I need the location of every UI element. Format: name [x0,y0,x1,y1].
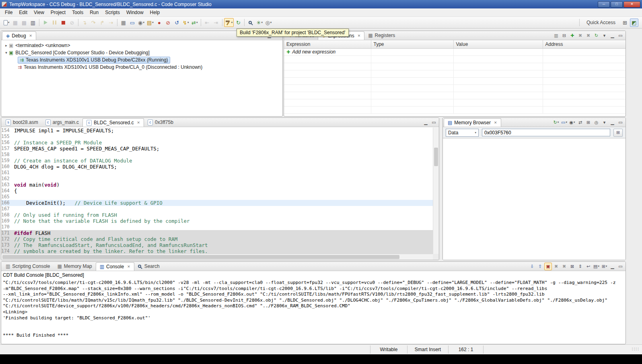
save-all-icon[interactable]: ▩ [20,18,29,27]
disconnect-icon[interactable]: ⊘ [68,18,76,27]
close-icon[interactable]: ✕ [137,121,140,125]
resume-icon[interactable] [41,18,50,27]
menu-scripts[interactable]: Scripts [102,9,123,16]
horizontal-scroll-thumb[interactable] [2,255,399,259]
close-icon[interactable]: ✕ [358,34,361,38]
menu-tools[interactable]: Tools [69,9,86,16]
debug-tree-item[interactable]: ⇉Texas Instruments XDS100v1 USB Debug Pr… [2,64,282,71]
close-icon[interactable]: ✕ [494,121,497,125]
new-rendering-icon[interactable]: ⊞ [584,119,592,126]
pin-console-icon[interactable]: ▣ [544,263,552,270]
step-into-icon[interactable]: ↴ [80,18,89,27]
tab-args-main-c[interactable]: cargs_main.c [42,118,82,127]
clear-console-icon[interactable]: ⊠ [568,263,576,270]
dropdown-arrow-icon[interactable]: ▾ [270,21,272,24]
next-console-icon[interactable]: ⇩ [528,263,536,270]
build-icon[interactable]: ▾ [224,18,234,27]
scroll-lock-icon[interactable]: ⇕ [576,263,584,270]
minimize-icon[interactable]: ▁ [609,32,616,39]
view-menu-icon[interactable]: ▾ [601,119,608,126]
save-icon[interactable]: ▦ [11,18,20,27]
tab-memory-map[interactable]: ▦Memory Map [54,262,95,271]
previous-console-icon[interactable]: ⇧ [536,263,544,270]
minimize-icon[interactable]: ▁ [422,119,430,126]
memory-address-input[interactable] [482,129,610,136]
close-window-button[interactable]: ✕ [623,1,640,8]
tab-search[interactable]: Search [134,262,163,271]
minimize-icon[interactable]: ▁ [609,119,616,126]
editor-horizontal-scrollbar[interactable] [1,254,433,260]
memory-content-area[interactable] [443,139,626,260]
open-perspective-icon[interactable]: ⊞ [621,19,629,27]
step-return-icon[interactable]: ↱ [98,18,107,27]
quick-access-button[interactable]: Quick Access [583,19,619,27]
menu-run[interactable]: Run [86,9,102,16]
menu-file[interactable]: File [2,9,16,16]
minimize-icon[interactable]: ▁ [609,263,616,270]
refresh-expressions-icon[interactable]: ↻ [593,32,600,39]
remove-all-expressions-icon[interactable]: ✖ [584,32,592,39]
maximize-icon[interactable]: ▭ [617,119,624,126]
column-header-type[interactable]: Type [371,40,453,48]
menu-view[interactable]: View [31,9,47,16]
dropdown-arrow-icon[interactable]: ▾ [606,265,607,268]
dropdown-arrow-icon[interactable]: ▾ [8,21,10,24]
load-memory-icon[interactable]: ▭▾ [560,119,568,126]
remove-launch-icon[interactable]: ✖ [552,263,560,270]
link-address-icon[interactable]: ⇄ [576,119,584,126]
open-console-view-icon[interactable]: ▥ [29,18,37,27]
minimize-window-button[interactable]: ─ [598,1,610,8]
add-expression-row[interactable]: ✚Add new expression [284,48,626,56]
column-header-value[interactable]: Value [453,40,543,48]
add-expression-icon[interactable]: ✚ [568,32,576,39]
search-icon[interactable] [246,18,255,27]
dropdown-arrow-icon[interactable]: ▾ [143,21,144,24]
dropdown-arrow-icon[interactable]: ▾ [152,21,154,24]
view-menu-icon[interactable]: ▾ [601,32,608,39]
maximize-icon[interactable]: ▭ [617,263,624,270]
dropdown-arrow-icon[interactable]: ▾ [261,21,263,24]
memory-view-icon[interactable]: ▤▾ [146,18,155,27]
tab-scripting-console[interactable]: ▥Scripting Console [2,262,54,271]
vertical-scroll-thumb[interactable] [434,148,438,166]
maximize-icon[interactable]: ▭ [430,119,438,126]
column-header-expression[interactable]: Expression [284,40,371,48]
refresh-memory-icon[interactable]: ↻▾ [552,119,560,126]
word-wrap-icon[interactable]: ↩ [584,263,592,270]
dropdown-arrow-icon[interactable]: ▾ [574,121,575,124]
menu-edit[interactable]: Edit [16,9,31,16]
tab-registers[interactable]: ▦Registers [364,31,399,40]
add-expression-cell[interactable]: ✚Add new expression [284,48,371,56]
dropdown-arrow-icon[interactable]: ▾ [566,121,567,124]
editor-vertical-scrollbar[interactable] [433,128,439,254]
debug-tree-item[interactable]: ▸▣<terminated> <unknown> [2,42,282,49]
debug-tree-item[interactable]: ⇉Texas Instruments XDS100v1 USB Debug Pr… [2,56,282,64]
restore-views-icon[interactable]: ↺ [173,18,181,27]
step-forward-icon[interactable]: ⇥ [212,18,220,27]
flash-program-icon[interactable]: ↯▾ [181,18,190,27]
close-icon[interactable]: ✕ [127,265,130,269]
console-body[interactable]: CDT Build Console [BLDC_Sensored] "C:/ti… [1,271,626,340]
debug-tree-item[interactable]: ▾▣BLDC_Sensored [Code Composer Studio - … [2,49,282,56]
remove-expression-icon[interactable]: ✖ [576,32,584,39]
dropdown-arrow-icon[interactable]: ▾ [196,21,198,24]
suspend-icon[interactable] [50,18,59,27]
refresh-icon[interactable]: ↻ [234,18,243,27]
pin-icon[interactable]: ◎▾ [264,18,273,27]
tab-console[interactable]: ▥Console✕ [96,262,134,271]
close-icon[interactable]: ✕ [29,34,33,38]
show-type-names-icon[interactable]: ▥ [552,32,560,39]
memory-format-select[interactable]: Data ▾ [446,129,479,137]
dropdown-arrow-icon[interactable]: ▾ [187,21,189,24]
tab-bldc-sensored-c[interactable]: cBLDC_Sensored.c✕ [82,118,144,127]
skip-breakpoints-icon[interactable]: ⊘ [164,18,173,27]
menu-project[interactable]: Project [47,9,69,16]
ccs-debug-perspective-icon[interactable]: ◩ [630,19,638,27]
pin-memory-icon[interactable]: ◎ [593,119,600,126]
menu-help[interactable]: Help [147,9,163,16]
tab-0x3ff75b[interactable]: c0x3ff75b [144,118,177,127]
tree-twisty-icon[interactable]: ▾ [4,51,9,55]
terminate-icon[interactable] [59,18,68,27]
collapse-all-icon[interactable]: ⊟ [560,32,568,39]
eye-icon[interactable]: ◉▾ [568,119,576,126]
